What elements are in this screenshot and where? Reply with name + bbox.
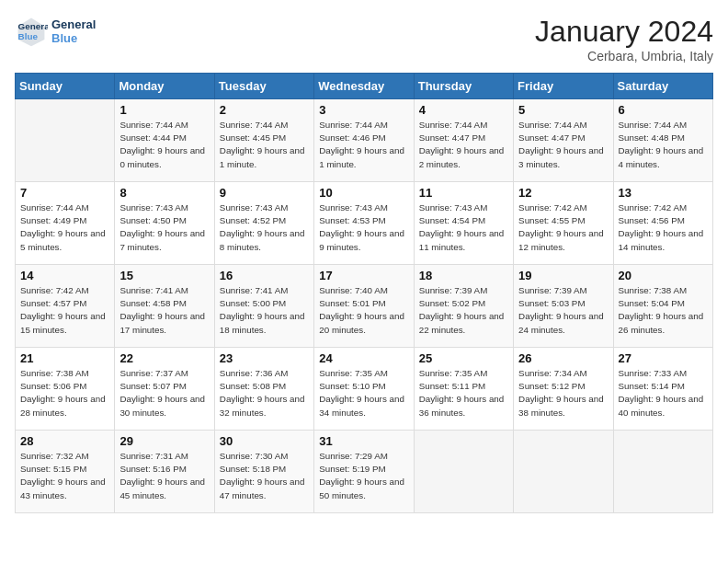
calendar-cell [514, 431, 613, 513]
svg-text:Blue: Blue [18, 31, 39, 41]
day-info: Sunrise: 7:42 AMSunset: 4:57 PMDaylight:… [20, 284, 109, 337]
day-number: 9 [220, 186, 309, 200]
calendar-cell: 5Sunrise: 7:44 AMSunset: 4:47 PMDaylight… [514, 99, 613, 182]
calendar-week-row: 1Sunrise: 7:44 AMSunset: 4:44 PMDaylight… [16, 99, 713, 182]
day-info: Sunrise: 7:42 AMSunset: 4:56 PMDaylight:… [619, 201, 708, 254]
day-info: Sunrise: 7:41 AMSunset: 5:00 PMDaylight:… [220, 284, 309, 337]
day-info: Sunrise: 7:43 AMSunset: 4:50 PMDaylight:… [119, 201, 209, 254]
calendar-cell: 3Sunrise: 7:44 AMSunset: 4:46 PMDaylight… [314, 99, 414, 182]
day-info: Sunrise: 7:29 AMSunset: 5:19 PMDaylight:… [319, 450, 408, 502]
calendar-cell: 1Sunrise: 7:44 AMSunset: 4:44 PMDaylight… [115, 99, 214, 182]
day-number: 22 [119, 351, 209, 365]
calendar-cell: 20Sunrise: 7:38 AMSunset: 5:04 PMDayligh… [613, 265, 712, 348]
calendar-week-row: 7Sunrise: 7:44 AMSunset: 4:49 PMDaylight… [16, 182, 713, 265]
day-info: Sunrise: 7:44 AMSunset: 4:44 PMDaylight:… [119, 119, 209, 171]
day-info: Sunrise: 7:44 AMSunset: 4:47 PMDaylight:… [518, 119, 608, 171]
day-info: Sunrise: 7:40 AMSunset: 5:01 PMDaylight:… [319, 284, 408, 337]
calendar-cell: 2Sunrise: 7:44 AMSunset: 4:45 PMDaylight… [214, 99, 313, 182]
day-number: 21 [20, 351, 109, 365]
calendar-cell: 28Sunrise: 7:32 AMSunset: 5:15 PMDayligh… [16, 431, 115, 513]
calendar-cell [414, 431, 513, 513]
weekday-header-sunday: Sunday [16, 74, 115, 99]
day-number: 16 [220, 269, 309, 282]
day-number: 30 [220, 434, 309, 448]
calendar-cell: 26Sunrise: 7:34 AMSunset: 5:12 PMDayligh… [514, 348, 613, 431]
calendar-cell: 17Sunrise: 7:40 AMSunset: 5:01 PMDayligh… [314, 265, 414, 348]
calendar-cell: 14Sunrise: 7:42 AMSunset: 4:57 PMDayligh… [16, 265, 115, 348]
day-number: 7 [20, 186, 109, 200]
calendar-cell: 31Sunrise: 7:29 AMSunset: 5:19 PMDayligh… [314, 431, 414, 513]
calendar-cell: 4Sunrise: 7:44 AMSunset: 4:47 PMDaylight… [414, 99, 513, 182]
day-number: 13 [619, 186, 708, 200]
weekday-header-friday: Friday [514, 74, 613, 99]
day-number: 20 [619, 269, 708, 282]
day-info: Sunrise: 7:34 AMSunset: 5:12 PMDaylight:… [518, 367, 608, 419]
weekday-header-thursday: Thursday [414, 74, 513, 99]
day-number: 17 [319, 269, 408, 282]
calendar-cell: 16Sunrise: 7:41 AMSunset: 5:00 PMDayligh… [214, 265, 313, 348]
day-number: 10 [319, 186, 408, 200]
calendar-cell: 23Sunrise: 7:36 AMSunset: 5:08 PMDayligh… [214, 348, 313, 431]
logo: General Blue General Blue [15, 15, 96, 48]
day-info: Sunrise: 7:35 AMSunset: 5:11 PMDaylight:… [419, 367, 508, 419]
calendar-cell [16, 99, 115, 182]
calendar-table: SundayMondayTuesdayWednesdayThursdayFrid… [15, 73, 713, 513]
svg-text:General: General [18, 21, 48, 31]
calendar-cell: 10Sunrise: 7:43 AMSunset: 4:53 PMDayligh… [314, 182, 414, 265]
day-number: 27 [619, 351, 708, 365]
day-info: Sunrise: 7:44 AMSunset: 4:45 PMDaylight:… [220, 119, 309, 171]
calendar-cell: 21Sunrise: 7:38 AMSunset: 5:06 PMDayligh… [16, 348, 115, 431]
title-block: January 2024 Cerbara, Umbria, Italy [535, 15, 713, 63]
day-info: Sunrise: 7:43 AMSunset: 4:53 PMDaylight:… [319, 201, 408, 254]
logo-blue: Blue [51, 31, 96, 45]
day-number: 15 [119, 269, 209, 282]
calendar-week-row: 14Sunrise: 7:42 AMSunset: 4:57 PMDayligh… [16, 265, 713, 348]
page-header: General Blue General Blue January 2024 C… [15, 15, 713, 63]
day-number: 18 [419, 269, 508, 282]
day-info: Sunrise: 7:44 AMSunset: 4:49 PMDaylight:… [20, 201, 109, 254]
day-info: Sunrise: 7:32 AMSunset: 5:15 PMDaylight:… [20, 450, 109, 502]
calendar-cell: 15Sunrise: 7:41 AMSunset: 4:58 PMDayligh… [115, 265, 214, 348]
weekday-header-wednesday: Wednesday [314, 74, 414, 99]
calendar-cell: 11Sunrise: 7:43 AMSunset: 4:54 PMDayligh… [414, 182, 513, 265]
day-number: 1 [119, 103, 209, 117]
calendar-cell: 27Sunrise: 7:33 AMSunset: 5:14 PMDayligh… [613, 348, 712, 431]
calendar-cell: 6Sunrise: 7:44 AMSunset: 4:48 PMDaylight… [613, 99, 712, 182]
day-info: Sunrise: 7:39 AMSunset: 5:02 PMDaylight:… [419, 284, 508, 337]
weekday-header-saturday: Saturday [613, 74, 712, 99]
day-info: Sunrise: 7:30 AMSunset: 5:18 PMDaylight:… [220, 450, 309, 502]
calendar-cell: 12Sunrise: 7:42 AMSunset: 4:55 PMDayligh… [514, 182, 613, 265]
day-info: Sunrise: 7:35 AMSunset: 5:10 PMDaylight:… [319, 367, 408, 419]
day-info: Sunrise: 7:31 AMSunset: 5:16 PMDaylight:… [119, 450, 209, 502]
day-number: 2 [220, 103, 309, 117]
day-info: Sunrise: 7:36 AMSunset: 5:08 PMDaylight:… [220, 367, 309, 419]
calendar-week-row: 21Sunrise: 7:38 AMSunset: 5:06 PMDayligh… [16, 348, 713, 431]
day-number: 25 [419, 351, 508, 365]
calendar-cell: 9Sunrise: 7:43 AMSunset: 4:52 PMDaylight… [214, 182, 313, 265]
day-number: 3 [319, 103, 408, 117]
calendar-cell: 25Sunrise: 7:35 AMSunset: 5:11 PMDayligh… [414, 348, 513, 431]
calendar-cell: 22Sunrise: 7:37 AMSunset: 5:07 PMDayligh… [115, 348, 214, 431]
day-number: 12 [518, 186, 608, 200]
day-number: 28 [20, 434, 109, 448]
calendar-cell: 19Sunrise: 7:39 AMSunset: 5:03 PMDayligh… [514, 265, 613, 348]
weekday-header-row: SundayMondayTuesdayWednesdayThursdayFrid… [16, 74, 713, 99]
day-number: 14 [20, 269, 109, 282]
day-number: 5 [518, 103, 608, 117]
day-number: 8 [119, 186, 209, 200]
weekday-header-monday: Monday [115, 74, 214, 99]
day-info: Sunrise: 7:39 AMSunset: 5:03 PMDaylight:… [518, 284, 608, 337]
day-number: 4 [419, 103, 508, 117]
day-info: Sunrise: 7:44 AMSunset: 4:46 PMDaylight:… [319, 119, 408, 171]
day-info: Sunrise: 7:37 AMSunset: 5:07 PMDaylight:… [119, 367, 209, 419]
day-number: 23 [220, 351, 309, 365]
month-title: January 2024 [535, 15, 713, 49]
day-number: 6 [619, 103, 708, 117]
day-info: Sunrise: 7:44 AMSunset: 4:47 PMDaylight:… [419, 119, 508, 171]
weekday-header-tuesday: Tuesday [214, 74, 313, 99]
logo-general: General [51, 17, 96, 31]
calendar-cell: 24Sunrise: 7:35 AMSunset: 5:10 PMDayligh… [314, 348, 414, 431]
day-info: Sunrise: 7:38 AMSunset: 5:04 PMDaylight:… [619, 284, 708, 337]
day-info: Sunrise: 7:42 AMSunset: 4:55 PMDaylight:… [518, 201, 608, 254]
location: Cerbara, Umbria, Italy [535, 49, 713, 63]
